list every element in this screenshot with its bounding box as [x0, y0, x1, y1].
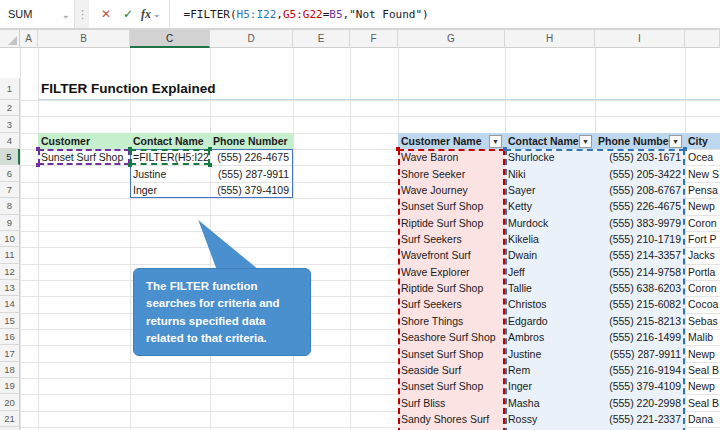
- row-header-18[interactable]: 18: [0, 362, 20, 378]
- cell-G20[interactable]: Surf Bliss: [398, 394, 505, 410]
- row-header-11[interactable]: 11: [0, 247, 20, 263]
- row-header-15[interactable]: 15: [0, 313, 20, 329]
- cell-H11[interactable]: Dwain: [505, 247, 595, 263]
- row-header-9[interactable]: 9: [0, 215, 20, 231]
- row-header-17[interactable]: 17: [0, 345, 20, 361]
- cell-H18[interactable]: Rem: [505, 362, 595, 378]
- cell-G19[interactable]: Sunset Surf Shop: [398, 378, 505, 394]
- name-box[interactable]: SUM ⌄: [0, 0, 75, 28]
- cell-I5[interactable]: (555) 203-1671: [595, 149, 685, 165]
- cell-H7[interactable]: Sayer: [505, 182, 595, 198]
- cell-H10[interactable]: Kikelia: [505, 231, 595, 247]
- cell-G8[interactable]: Sunset Surf Shop: [398, 198, 505, 214]
- cell-J9[interactable]: Coron: [685, 215, 720, 231]
- insert-function-icon[interactable]: fx ⌄: [139, 3, 163, 25]
- cell-H8[interactable]: Ketty: [505, 198, 595, 214]
- cell-J8[interactable]: Newp: [685, 198, 720, 214]
- cell-J14[interactable]: Cocoa: [685, 296, 720, 312]
- cell-J12[interactable]: Portla: [685, 264, 720, 280]
- cell-G7[interactable]: Wave Journey: [398, 182, 505, 198]
- cell-J18[interactable]: Seal B: [685, 362, 720, 378]
- cell-J17[interactable]: Newp: [685, 345, 720, 361]
- cell-D6[interactable]: (555) 287-9911: [210, 165, 293, 181]
- cell-H17[interactable]: Justine: [505, 345, 595, 361]
- row-header-6[interactable]: 6: [0, 165, 20, 181]
- cell-J13[interactable]: Coron: [685, 280, 720, 296]
- cell-I17[interactable]: (555) 287-9911: [595, 345, 685, 361]
- column-header-H[interactable]: H: [505, 30, 595, 48]
- column-header-A[interactable]: A: [20, 30, 38, 48]
- column-header-C[interactable]: C: [130, 30, 210, 48]
- filter-dropdown-icon-I[interactable]: ▼: [669, 135, 682, 148]
- row-header-7[interactable]: 7: [0, 182, 20, 198]
- row-header-3[interactable]: 3: [0, 116, 20, 132]
- cell-I12[interactable]: (555) 214-9758: [595, 264, 685, 280]
- cell-I15[interactable]: (555) 215-8213: [595, 313, 685, 329]
- cell-I20[interactable]: (555) 220-2998: [595, 394, 685, 410]
- column-header-G[interactable]: G: [398, 30, 505, 48]
- filter-dropdown-icon-H[interactable]: ▼: [579, 135, 592, 148]
- cell-I7[interactable]: (555) 208-6767: [595, 182, 685, 198]
- row-header-19[interactable]: 19: [0, 378, 20, 394]
- chevron-down-icon[interactable]: ⌄: [62, 9, 70, 20]
- cell-J6[interactable]: New S: [685, 165, 720, 181]
- cell-G18[interactable]: Seaside Surf: [398, 362, 505, 378]
- cell-H14[interactable]: Christos: [505, 296, 595, 312]
- cell-H20[interactable]: Masha: [505, 394, 595, 410]
- row-header-14[interactable]: 14: [0, 296, 20, 312]
- cell-J21[interactable]: Dana: [685, 411, 720, 427]
- cell-B4-header[interactable]: Customer: [38, 133, 130, 149]
- column-header-J[interactable]: [685, 30, 720, 48]
- cell-B5[interactable]: Sunset Surf Shop: [38, 149, 130, 165]
- cell-D5[interactable]: (555) 226-4675: [210, 149, 293, 165]
- cell-I19[interactable]: (555) 379-4109: [595, 378, 685, 394]
- cell-J7[interactable]: Pensa: [685, 182, 720, 198]
- cell-H21[interactable]: Rossy: [505, 411, 595, 427]
- cell-J11[interactable]: Jacks: [685, 247, 720, 263]
- cell-J4-header[interactable]: City: [685, 133, 720, 149]
- row-header-5[interactable]: 5: [0, 149, 20, 165]
- cell-H6[interactable]: Niki: [505, 165, 595, 181]
- cell-G21[interactable]: Sandy Shores Surf: [398, 411, 505, 427]
- cell-C4-header[interactable]: Contact Name: [130, 133, 210, 149]
- cell-I9[interactable]: (555) 383-9979: [595, 215, 685, 231]
- row-header-8[interactable]: 8: [0, 198, 20, 214]
- cell-I14[interactable]: (555) 215-6082: [595, 296, 685, 312]
- enter-icon[interactable]: ✓: [117, 3, 139, 25]
- cell-C6[interactable]: Justine: [130, 165, 210, 181]
- row-header-20[interactable]: 20: [0, 394, 20, 410]
- cancel-icon[interactable]: ✕: [95, 3, 117, 25]
- cell-D4-header[interactable]: Phone Number: [210, 133, 293, 149]
- cell-G5[interactable]: Wave Baron: [398, 149, 505, 165]
- cell-J19[interactable]: Newp: [685, 378, 720, 394]
- row-header-21[interactable]: 21: [0, 411, 20, 427]
- cell-G11[interactable]: Wavefront Surf: [398, 247, 505, 263]
- cell-H13[interactable]: Tallie: [505, 280, 595, 296]
- row-header-1[interactable]: 1: [0, 78, 20, 100]
- cell-J15[interactable]: Sebas: [685, 313, 720, 329]
- filter-dropdown-icon-G[interactable]: ▼: [489, 135, 502, 148]
- row-header-16[interactable]: 16: [0, 329, 20, 345]
- cell-G14[interactable]: Surf Seekers: [398, 296, 505, 312]
- cell-C5-formula[interactable]: =FILTER(H5:I22,: [130, 149, 210, 165]
- column-header-F[interactable]: F: [350, 30, 398, 48]
- row-header-10[interactable]: 10: [0, 231, 20, 247]
- cell-I11[interactable]: (555) 214-3357: [595, 247, 685, 263]
- row-header-2[interactable]: 2: [0, 100, 20, 116]
- cell-G9[interactable]: Riptide Surf Shop: [398, 215, 505, 231]
- column-header-E[interactable]: E: [293, 30, 350, 48]
- cell-J16[interactable]: Malib: [685, 329, 720, 345]
- cell-B1-title[interactable]: FILTER Function Explained: [38, 78, 720, 100]
- cell-H9[interactable]: Murdock: [505, 215, 595, 231]
- cell-G6[interactable]: Shore Seeker: [398, 165, 505, 181]
- cell-H19[interactable]: Inger: [505, 378, 595, 394]
- cell-I6[interactable]: (555) 205-3422: [595, 165, 685, 181]
- cell-I21[interactable]: (555) 221-2337: [595, 411, 685, 427]
- select-all-corner[interactable]: [0, 30, 20, 48]
- cell-H5[interactable]: Shurlocke: [505, 149, 595, 165]
- row-header-12[interactable]: 12: [0, 264, 20, 280]
- cell-H15[interactable]: Edgardo: [505, 313, 595, 329]
- cell-J10[interactable]: Fort P: [685, 231, 720, 247]
- cell-C7[interactable]: Inger: [130, 182, 210, 198]
- row-header-4[interactable]: 4: [0, 133, 20, 149]
